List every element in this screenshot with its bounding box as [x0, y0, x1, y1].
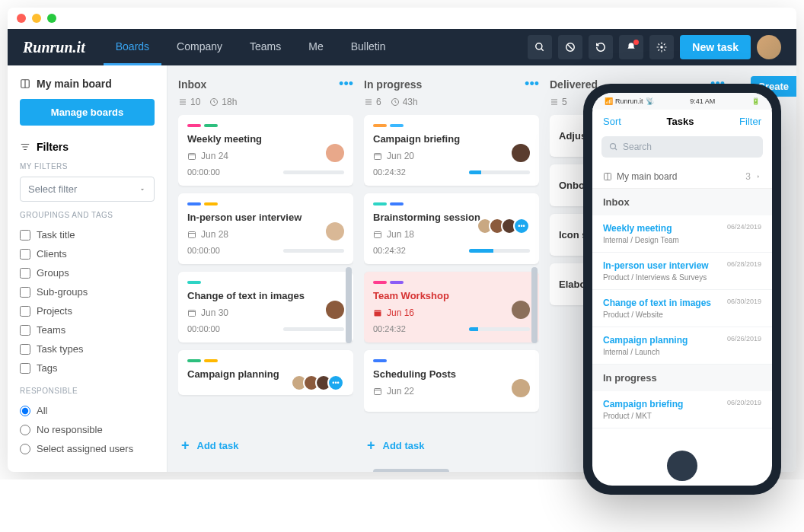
check-task-types[interactable]: Task types: [20, 339, 155, 358]
phone-task-item[interactable]: Change of text in imagesProduct / Websit…: [592, 290, 772, 327]
add-task-button[interactable]: +Add task: [178, 430, 353, 461]
task-card[interactable]: Team WorkshopJun 1600:24:32: [364, 272, 539, 342]
scrollbar[interactable]: [346, 267, 352, 343]
check-projects[interactable]: Projects: [20, 301, 155, 320]
scrollbar[interactable]: [531, 267, 538, 343]
task-card[interactable]: Brainstorming sessionJun 18•••00:24:32: [364, 193, 539, 264]
new-task-button[interactable]: New task: [680, 35, 751, 59]
svg-rect-22: [375, 311, 381, 317]
check-teams[interactable]: Teams: [20, 320, 155, 339]
svg-rect-24: [375, 389, 381, 395]
phone-task-item[interactable]: Weekly meetingInternal / Design Team06/2…: [592, 215, 772, 253]
phone-mockup: 📶 Runrun.it 📡 9:41 AM 🔋 Sort Tasks Filte…: [583, 84, 781, 479]
phone-home-button[interactable]: [667, 451, 697, 479]
minimize-icon[interactable]: [32, 14, 41, 23]
nav-teams[interactable]: Teams: [238, 30, 293, 65]
manage-boards-button[interactable]: Manage boards: [20, 99, 155, 126]
task-card[interactable]: Scheduling PostsJun 22: [364, 350, 539, 412]
check-task-title[interactable]: Task title: [20, 225, 155, 244]
radio-all[interactable]: All: [20, 401, 155, 420]
history-icon[interactable]: [589, 35, 613, 59]
maximize-icon[interactable]: [47, 14, 56, 23]
phone-task-item[interactable]: In-person user interviewProduct / Interv…: [592, 253, 772, 290]
task-card[interactable]: In-person user interviewJun 2800:00:00: [178, 193, 353, 264]
check-tags[interactable]: Tags: [20, 358, 155, 377]
nav-boards[interactable]: Boards: [104, 30, 161, 65]
groupings-label: GROUPINGS AND TAGS: [20, 211, 155, 219]
column-in-progress: In progress•••643hCampaign briefingJun 2…: [364, 76, 539, 461]
scrollbar[interactable]: [373, 469, 449, 472]
svg-point-0: [536, 43, 542, 49]
filter-select[interactable]: Select filter: [20, 177, 155, 202]
nav-bulletin[interactable]: Bulletin: [339, 30, 398, 65]
column-menu-icon[interactable]: •••: [339, 76, 353, 92]
settings-icon[interactable]: [649, 35, 674, 59]
close-icon[interactable]: [17, 14, 26, 23]
svg-rect-13: [189, 232, 196, 238]
task-card[interactable]: Weekly meetingJun 2400:00:00: [178, 115, 353, 186]
check-groups[interactable]: Groups: [20, 263, 155, 282]
task-card[interactable]: Campaign briefingJun 2000:24:32: [364, 115, 539, 186]
nav-company[interactable]: Company: [164, 30, 234, 65]
radio-select-assigned-users[interactable]: Select assigned users: [20, 439, 155, 458]
svg-line-1: [541, 49, 544, 51]
svg-rect-15: [189, 311, 196, 317]
phone-task-item[interactable]: Campaign briefingProduct / MKT06/20/2019: [592, 391, 772, 428]
responsible-label: RESPONSIBLE: [20, 387, 155, 395]
column-menu-icon[interactable]: •••: [525, 76, 539, 92]
help-icon[interactable]: [558, 35, 582, 59]
my-filters-label: MY FILTERS: [20, 162, 155, 170]
phone-filter-button[interactable]: Filter: [739, 116, 761, 127]
phone-task-item[interactable]: Campaign planningInternal / Launch06/26/…: [592, 327, 772, 365]
board-title: My main board: [20, 78, 155, 90]
sidebar: My main board Manage boards Filters MY F…: [8, 65, 168, 472]
phone-section-header: In progress: [592, 365, 772, 391]
logo[interactable]: Runrun.it: [23, 39, 85, 56]
phone-section-header: Inbox: [592, 189, 772, 215]
mac-titlebar: [8, 8, 796, 29]
phone-header: Sort Tasks Filter: [592, 110, 772, 133]
svg-line-3: [568, 45, 573, 50]
phone-search-input[interactable]: Search: [601, 136, 763, 158]
task-card[interactable]: Campaign planning•••: [178, 350, 353, 395]
main-nav: BoardsCompanyTeamsMeBulletin: [104, 30, 398, 65]
phone-sort-button[interactable]: Sort: [603, 116, 621, 127]
phone-title: Tasks: [667, 116, 694, 127]
filters-header: Filters: [20, 141, 155, 153]
search-icon[interactable]: [528, 35, 552, 59]
radio-no-responsible[interactable]: No responsible: [20, 420, 155, 439]
nav-me[interactable]: Me: [296, 30, 335, 65]
svg-rect-11: [189, 154, 196, 160]
svg-point-26: [611, 144, 616, 149]
add-task-button[interactable]: +Add task: [364, 430, 539, 461]
topbar: Runrun.it BoardsCompanyTeamsMeBulletin N…: [8, 29, 796, 65]
svg-rect-20: [375, 232, 381, 238]
task-card[interactable]: Change of text in imagesJun 3000:00:00: [178, 272, 353, 342]
column-inbox: Inbox•••1018hWeekly meetingJun 2400:00:0…: [178, 76, 353, 461]
notifications-icon[interactable]: [619, 35, 643, 59]
svg-point-4: [661, 46, 664, 49]
phone-board-selector[interactable]: My main board 3: [592, 165, 772, 189]
phone-status-bar: 📶 Runrun.it 📡 9:41 AM 🔋: [592, 93, 772, 110]
check-sub-groups[interactable]: Sub-groups: [20, 282, 155, 301]
svg-line-27: [615, 148, 617, 151]
check-clients[interactable]: Clients: [20, 244, 155, 263]
svg-rect-18: [375, 154, 381, 160]
user-avatar[interactable]: [757, 35, 781, 59]
